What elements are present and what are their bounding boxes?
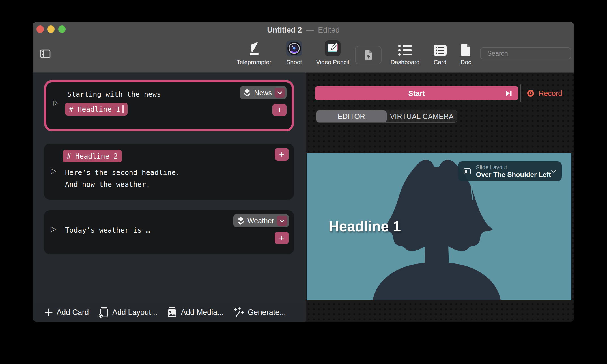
title-separator: — [306,26,314,34]
chevron-down-icon [279,219,285,222]
dashboard-list-icon [398,44,412,57]
tab-virtual-camera[interactable]: VIRTUAL CAMERA [387,110,457,122]
skip-to-end-icon [505,90,513,97]
record-button[interactable]: Record [527,86,562,100]
layers-icon [237,216,245,225]
search-field[interactable] [480,47,571,59]
card-text[interactable]: And now the weather. [65,180,150,188]
badge-chevron-button[interactable] [275,88,285,98]
magic-wand-icon [233,307,244,318]
record-icon [527,89,535,97]
divider [520,84,521,102]
add-card-button[interactable]: Add Card [44,308,89,317]
slide-layout-value: Over The Shoulder Left [476,171,551,179]
doc-icon [460,44,471,57]
document-title: Untitled 2 [267,26,302,34]
headline-highlight[interactable]: # Headline 1 [65,103,128,116]
disclosure-triangle-icon[interactable]: ▷ [51,225,56,233]
search-input[interactable] [487,49,572,58]
view-mode-tabs: EDITOR VIRTUAL CAMERA [316,110,457,123]
toolbar-item-shoot[interactable]: Shoot [273,38,315,66]
disclosure-triangle-icon[interactable]: ▷ [53,99,58,107]
add-media-icon [167,307,177,318]
teleprompter-icon [247,41,261,57]
plus-icon [44,308,53,317]
disclosure-triangle-icon[interactable]: ▷ [51,167,56,175]
toolbar-item-video-pencil[interactable]: Video Pencil [311,38,354,66]
layer-badge-weather[interactable]: Weather [233,214,289,227]
toolbar-label: Teleprompter [233,59,275,66]
video-pencil-icon [324,40,341,57]
slide-layout-label: Slide Layout [476,164,551,171]
add-media-button[interactable]: Add Media... [167,307,224,318]
record-label: Record [539,89,562,98]
layers-icon [243,88,251,97]
script-card-2[interactable]: ▷ # Headline 2 Here’s the second headlin… [44,144,294,200]
slide-layout-icon [464,167,471,176]
preview-canvas[interactable]: Headline 1 Slide Layout Over The Shoulde… [307,153,571,300]
sidebar-icon [40,49,51,58]
app-window: Untitled 2 — Edited Teleprompter [33,22,574,322]
export-button[interactable] [355,46,382,64]
toolbar-item-teleprompter[interactable]: Teleprompter [233,38,275,66]
card-text[interactable]: Starting with the news [67,90,161,98]
headline-highlight[interactable]: # Headline 2 [63,150,122,162]
camera-lens-icon [286,40,302,57]
script-card-3[interactable]: ▷ Today’s weather is … Weather + [44,210,294,254]
card-actions-bar: Add Card Add Layout... [33,303,306,322]
chevron-down-icon [551,169,556,173]
titlebar: Untitled 2 — Edited Teleprompter [33,22,574,73]
toolbar-label: Shoot [273,59,315,66]
sidebar-toggle-button[interactable] [40,49,51,58]
preview-headline: Headline 1 [329,218,401,235]
window-title: Untitled 2 — Edited [33,26,574,34]
script-card-1[interactable]: ▷ Starting with the news # Headline 1 Ne… [44,80,294,131]
card-text[interactable]: Here’s the second headline. [65,168,180,177]
badge-label: Weather [247,217,274,225]
text-cursor [122,105,124,113]
add-layout-icon [98,307,109,318]
add-layout-button[interactable]: Add Layout... [98,307,157,318]
generate-button[interactable]: Generate... [233,307,286,318]
layer-badge-news[interactable]: News [240,86,287,99]
card-text[interactable]: Today’s weather is … [65,226,150,234]
stage-panel: Start Record EDITOR VIRTUAL CAMERA [306,73,574,322]
start-button[interactable]: Start [315,86,518,100]
export-doc-icon [363,49,373,61]
toolbar-label: Doc [445,59,487,66]
tab-editor[interactable]: EDITOR [316,110,387,122]
badge-label: News [254,89,272,97]
desktop: Untitled 2 — Edited Teleprompter [0,0,607,364]
add-block-button[interactable]: + [275,232,289,244]
add-block-button[interactable]: + [275,148,289,161]
edited-status: Edited [318,26,340,34]
script-panel: ▷ Starting with the news # Headline 1 Ne… [33,73,306,322]
slide-layout-dropdown[interactable]: Slide Layout Over The Shoulder Left [458,161,562,181]
toolbar-label: Video Pencil [311,59,354,66]
chevron-down-icon [277,91,282,94]
badge-chevron-button[interactable] [277,216,287,226]
add-block-button[interactable]: + [272,104,287,116]
